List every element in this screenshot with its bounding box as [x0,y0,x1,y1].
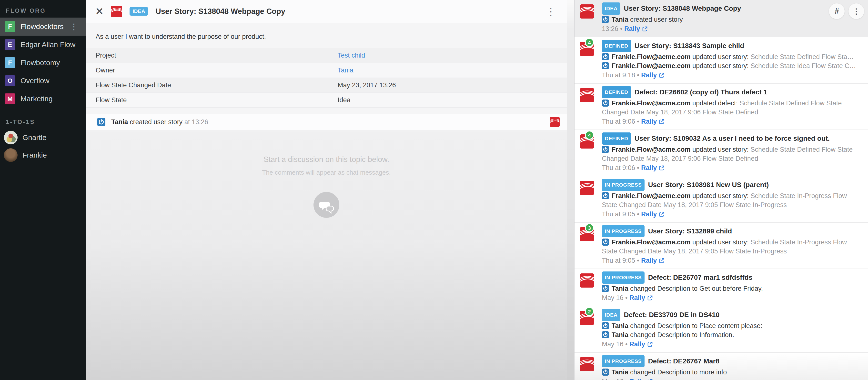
feed-icon-column: 4 [575,133,602,172]
timestamp: May 16 • [602,294,629,302]
external-link-icon [659,165,665,171]
rally-icon [550,117,560,127]
field-value: May 23, 2017 13:26 [330,78,567,92]
rally-link[interactable]: Rally [641,71,657,79]
status-badge: IN PROGRESS [602,355,645,367]
field-value: Idea [330,93,567,107]
rally-link[interactable]: Rally [641,211,657,218]
feed-item-body: IDEAUser Story: S138048 Webpage CopyTani… [602,3,824,33]
avatar [4,131,18,145]
field-label: Owner [86,63,330,77]
external-link-icon [659,258,665,263]
feed-item-body: IDEADefect: DE33709 DE in DS410Tania cha… [602,309,862,349]
timestamp: May 16 • [602,378,629,380]
sidebar-item-marketing[interactable]: MMarketing [0,90,86,108]
sidebar-item-overflow[interactable]: OOverflow [0,72,86,90]
activity-time: at 13:26 [184,118,208,126]
sidebar-item-edgar-allan-flow[interactable]: EEdgar Allan Flow [0,36,86,54]
field-label: Project [86,48,330,63]
story-header: ✕ IDEA User Story: S138048 Webpage Copy … [86,0,567,23]
feed-event-line: Frankie.Flow@acme.com updated user story… [602,145,862,163]
fields-table: ProjectTest childOwnerTaniaFlow State Ch… [86,48,567,107]
rally-link[interactable]: Rally [641,164,657,171]
rally-icon [580,88,594,102]
hash-icon[interactable]: # [829,3,844,19]
activity-row: Tania created user story at 13:26 [86,114,567,130]
feed-icon-column [575,356,602,380]
feed-item[interactable]: 2IDEADefect: DE33709 DE in DS410Tania ch… [575,306,868,353]
feed-item[interactable]: 3IN PROGRESSUser Story: S132899 childFra… [575,223,868,269]
feed-icon-column [575,87,602,126]
external-link-icon [647,295,653,301]
feed-item[interactable]: IN PROGRESSUser Story: S108981 New US (p… [575,176,868,223]
field-label: Flow State Changed Date [86,78,330,92]
status-badge: DEFINED [602,132,631,145]
field-row-flow-state: Flow StateIdea [86,92,567,107]
avatar [4,148,18,162]
power-icon [602,239,609,246]
power-icon [602,62,609,69]
feed-item[interactable]: IDEAUser Story: S138048 Webpage CopyTani… [575,0,868,37]
feed-item-title: IDEAUser Story: S138048 Webpage Copy [602,3,824,15]
feed-item-title: DEFINEDUser Story: S109032 As a user I n… [602,133,862,145]
feed-item[interactable]: 4DEFINEDUser Story: S109032 As a user I … [575,130,868,176]
event-author: Tania [612,322,630,329]
field-value[interactable]: Test child [330,48,567,63]
dm-section-label: 1-TO-1S [0,108,86,129]
event-author: Tania [612,369,630,376]
sidebar-item-frankie[interactable]: Frankie [0,146,86,164]
status-badge: DEFINED [602,40,631,52]
org-section-label: FLOW ORG [0,0,86,18]
kebab-menu-icon[interactable]: ⋮ [544,7,558,17]
event-author: Frankie.Flow@acme.com [612,62,692,69]
feed-item[interactable]: DEFINEDDefect: DE26602 (copy of) Thurs d… [575,84,868,130]
rally-link[interactable]: Rally [641,118,657,125]
feed-item-body: DEFINEDDefect: DE26602 (copy of) Thurs d… [602,87,862,126]
close-icon[interactable]: ✕ [95,6,104,17]
feed-icon-column: 3 [575,226,602,265]
feed-icon-column: 2 [575,309,602,349]
event-action: created user story [630,16,683,23]
feed-item-list: IDEAUser Story: S138048 Webpage CopyTani… [575,0,868,380]
flow-name: Flowbotomy [21,59,60,67]
feed-item-body: IN PROGRESSUser Story: S132899 childFran… [602,226,862,265]
field-label: Flow State [86,93,330,107]
status-badge: IDEA [129,7,148,15]
flow-avatar: M [5,93,16,104]
event-author: Frankie.Flow@acme.com [612,53,692,61]
rally-link[interactable]: Rally [629,341,645,348]
sidebar-item-flowdocktors[interactable]: FFlowdocktors⋮ [0,18,86,36]
feed-event-line: Tania created user story [602,15,824,24]
feed-item-title: DEFINEDUser Story: S118843 Sample child [602,40,862,53]
power-icon [602,99,609,106]
unread-count-badge: 4 [585,130,594,140]
rally-link[interactable]: Rally [641,257,657,264]
feed-item-meta: May 16 • Rally [602,340,862,349]
rally-link[interactable]: Rally [629,378,645,380]
event-action: changed Description to Place content ple… [630,322,763,329]
rally-link[interactable]: Rally [624,25,640,32]
feed-item[interactable]: IN PROGRESSDefect: DE26767 Mar8Tania cha… [575,353,868,380]
feed-item-body: IN PROGRESSUser Story: S108981 New US (p… [602,179,862,219]
event-action: changed Description to Information. [630,331,734,339]
power-icon [97,118,105,126]
feed-event-line: Tania changed Description to Get out bef… [602,284,862,293]
status-badge: IN PROGRESS [602,272,645,284]
unread-count-badge: 3 [585,223,594,232]
event-author: Frankie.Flow@acme.com [612,99,692,107]
chat-bubble-icon [313,192,339,218]
field-row-owner: OwnerTania [86,63,567,77]
status-badge: IN PROGRESS [602,225,645,237]
field-value[interactable]: Tania [330,63,567,77]
feed-item[interactable]: 4DEFINEDUser Story: S118843 Sample child… [575,37,868,84]
kebab-menu-icon[interactable]: ⋮ [848,3,864,19]
kebab-menu-icon[interactable]: ⋮ [70,23,78,31]
feed-item[interactable]: IN PROGRESSDefect: DE26707 mar1 sdfdsffd… [575,269,868,306]
sidebar-item-gnartle[interactable]: Gnartle [0,129,86,146]
dm-list: GnartleFrankie [0,129,86,164]
rally-link[interactable]: Rally [629,294,645,302]
sidebar-item-flowbotomy[interactable]: FFlowbotomy [0,54,86,72]
feed-item-title: IN PROGRESSDefect: DE26767 Mar8 [602,356,862,368]
feed-event-line: Frankie.Flow@acme.com updated user story… [602,53,862,61]
timestamp: Thu at 9:06 • [602,118,641,125]
